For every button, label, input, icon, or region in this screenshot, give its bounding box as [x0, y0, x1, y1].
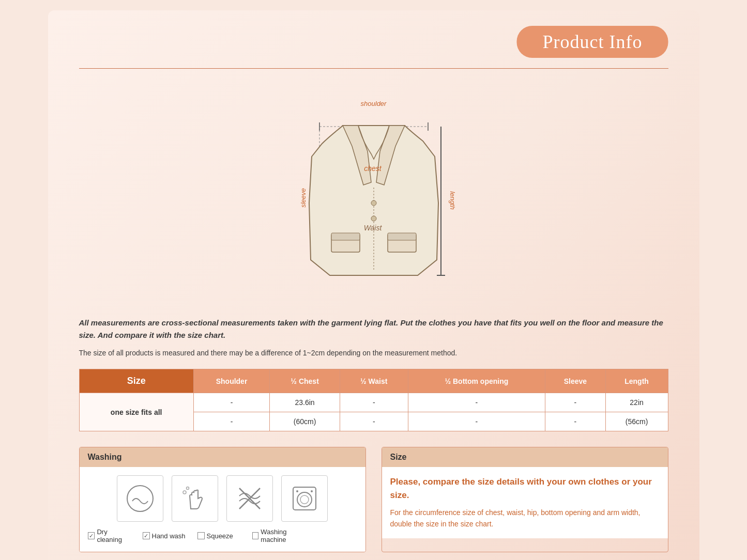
squeeze-checkbox	[197, 532, 205, 539]
squeeze-icon-box	[226, 475, 273, 522]
hand-wash-checkbox: ✓	[143, 532, 150, 539]
svg-point-24	[127, 486, 153, 511]
wash-label-row: ✓ Dry cleaning ✓ Hand wash Squeeze Washi…	[88, 528, 357, 543]
svg-point-15	[371, 216, 376, 221]
washing-machine-label: Washing machine	[261, 528, 309, 543]
svg-point-26	[187, 487, 189, 490]
washing-machine-label-item: Washing machine	[252, 528, 309, 543]
washing-machine-checkbox	[252, 532, 259, 539]
dry-cleaning-icon-box	[117, 475, 163, 522]
jacket-svg: chest Waist sleeve length	[291, 100, 456, 293]
washing-header: Washing	[80, 447, 365, 467]
hand-wash-label: Hand wash	[152, 532, 186, 540]
td-length-2: (56cm)	[605, 412, 668, 431]
size-info-main-text: Please, compare the size details with yo…	[390, 475, 660, 502]
td-chest-2: (60cm)	[270, 412, 340, 431]
dry-cleaning-label: Dry cleaning	[97, 528, 134, 543]
svg-rect-17	[331, 233, 360, 240]
svg-text:sleeve: sleeve	[299, 188, 307, 208]
table-header-waist: ½ Waist	[340, 369, 408, 393]
table-header-length: Length	[605, 369, 668, 393]
size-label-cell: one size fits all	[79, 393, 193, 431]
td-bottom-1: -	[408, 393, 545, 412]
svg-rect-19	[388, 233, 416, 240]
washing-section: Washing	[79, 447, 366, 552]
section-divider	[79, 68, 668, 69]
svg-text:Waist: Waist	[363, 224, 382, 232]
svg-point-25	[183, 491, 186, 494]
td-bottom-2: -	[408, 412, 545, 431]
bottom-section: Washing	[79, 447, 668, 552]
size-info-sub-text: For the circumference size of chest, wai…	[390, 507, 660, 530]
washing-content: ✓ Dry cleaning ✓ Hand wash Squeeze Washi…	[80, 467, 365, 552]
title-badge: Product Info	[517, 26, 668, 58]
size-info-header: Size	[382, 447, 668, 467]
svg-point-32	[296, 490, 298, 492]
svg-text:length: length	[449, 191, 456, 209]
size-info-content: Please, compare the size details with yo…	[382, 467, 668, 538]
measurement-sub: The size of all products is measured and…	[79, 348, 668, 359]
hand-wash-icon-box	[172, 475, 218, 522]
squeeze-label-item: Squeeze	[197, 528, 244, 543]
svg-point-33	[311, 490, 313, 492]
svg-point-30	[297, 492, 312, 507]
table-header-sleeve: Sleeve	[545, 369, 606, 393]
svg-text:chest: chest	[364, 164, 382, 173]
td-sleeve-1: -	[545, 393, 606, 412]
hand-wash-label-item: ✓ Hand wash	[143, 528, 189, 543]
diagram-section: shoulder	[79, 84, 668, 301]
measurement-note: All measurements are cross-sectional mea…	[79, 317, 668, 341]
size-info-section: Size Please, compare the size details wi…	[382, 447, 668, 552]
page-title: Product Info	[543, 32, 643, 52]
dry-cleaning-checkbox: ✓	[88, 532, 95, 539]
squeeze-label: Squeeze	[207, 532, 233, 540]
table-row: one size fits all - 23.6in - - - 22in	[79, 393, 668, 412]
td-chest-1: 23.6in	[270, 393, 340, 412]
table-header-shoulder: Shoulder	[193, 369, 269, 393]
dry-cleaning-label-item: ✓ Dry cleaning	[88, 528, 134, 543]
table-header-chest: ½ Chest	[270, 369, 340, 393]
jacket-diagram: shoulder	[270, 84, 477, 301]
page-wrapper: Product Info shoulder	[48, 10, 699, 560]
title-container: Product Info	[79, 26, 668, 58]
svg-point-31	[300, 495, 309, 504]
table-header-size: Size	[79, 369, 193, 393]
td-sleeve-2: -	[545, 412, 606, 431]
td-length-1: 22in	[605, 393, 668, 412]
td-waist-1: -	[340, 393, 408, 412]
washing-icons-row	[117, 475, 328, 522]
svg-point-14	[371, 200, 376, 206]
td-shoulder-1: -	[193, 393, 269, 412]
td-waist-2: -	[340, 412, 408, 431]
washing-machine-icon-box	[281, 475, 328, 522]
td-shoulder-2: -	[193, 412, 269, 431]
table-header-bottom: ½ Bottom opening	[408, 369, 545, 393]
size-table: Size Shoulder ½ Chest ½ Waist ½ Bottom o…	[79, 369, 668, 431]
